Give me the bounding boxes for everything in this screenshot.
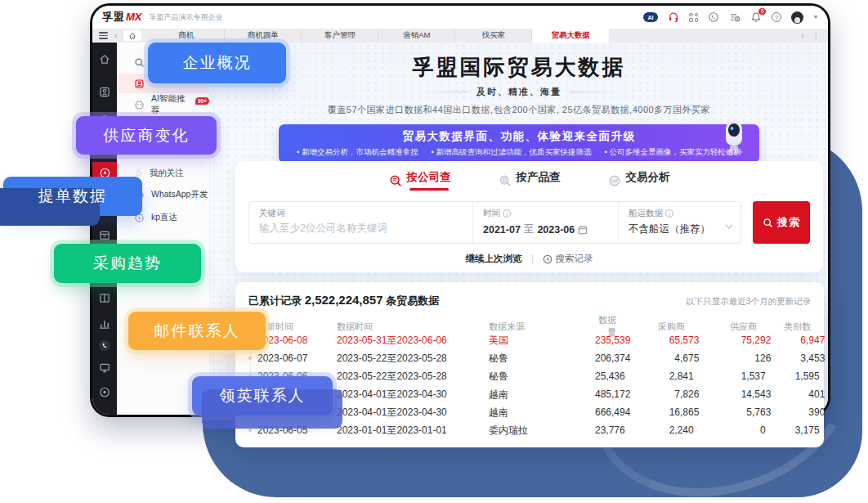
search-form: 关键词 时间 i 2021-07 至	[248, 201, 741, 244]
shipping-value: 不含船运（推荐）	[629, 222, 710, 236]
rail-whatsapp-icon[interactable]	[99, 339, 111, 352]
app-logo: 孚盟 MX	[102, 10, 142, 25]
sidebar-item-label: WhatsApp开发	[151, 189, 208, 200]
tab-find-buyers[interactable]: 找买家	[455, 29, 532, 43]
search-history-link[interactable]: 搜索记录	[543, 253, 593, 265]
apps-grid-icon[interactable]	[689, 13, 698, 22]
feature-label-email-contacts: 邮件联系人	[128, 312, 266, 350]
info-icon: i	[503, 209, 511, 218]
sidebar: AI智能推荐 99+ ☆ 我的关注 WhatsApp开发	[117, 43, 210, 415]
app-header: 孚盟 MX 孚盟产品演示专用企业 AI	[92, 6, 828, 29]
feature-label-purchase-trend: 采购趋势	[54, 244, 201, 283]
shipping-label: 船运数据	[629, 208, 663, 219]
tab-crm[interactable]: 客户管理	[302, 29, 378, 43]
search-panel: 按公司查 按产品查 交易分析	[235, 161, 823, 272]
upgrade-banner[interactable]: 贸易大数据界面、功能、体验迎来全面升级 新增交易分析，市场机会精准拿捏 新增高级…	[279, 124, 759, 163]
shipping-data-select[interactable]: 船运数据 i 不含船运（推荐）	[618, 202, 740, 243]
ai-recommend-icon	[134, 100, 145, 110]
icon-rail	[92, 43, 117, 415]
page-subtitle: 及时、精准、海量	[477, 86, 562, 98]
help-icon[interactable]: ?	[772, 12, 781, 22]
hero: 孚盟国际贸易大数据 及时、精准、海量 覆盖57个国家进口数据和44国出口数据,包…	[210, 43, 828, 116]
home-tab[interactable]	[123, 30, 141, 41]
tab-business[interactable]: 商机	[148, 29, 225, 43]
page-title: 孚盟国际贸易大数据	[210, 53, 828, 82]
rail-bar-chart-icon[interactable]	[99, 317, 111, 330]
user-avatar[interactable]	[791, 11, 803, 24]
timeline-dot	[248, 357, 252, 360]
divider	[421, 92, 468, 92]
page-description: 覆盖57个国家进口数据和44国出口数据,包含200个国家, 25亿条贸易数据,4…	[210, 104, 828, 116]
feature-label-bill-of-lading: 提单数据	[3, 177, 142, 216]
time-from: 2021-07	[483, 224, 521, 236]
timeline-dot	[248, 429, 252, 432]
rail-archive-icon[interactable]	[99, 229, 111, 241]
calendar-icon	[578, 225, 588, 235]
headset-icon[interactable]	[668, 11, 679, 23]
notification-badge: 6	[758, 7, 767, 16]
chevron-down-icon[interactable]	[813, 16, 818, 19]
bell-icon[interactable]: 6	[750, 11, 762, 23]
records-total: 2,522,224,857	[305, 293, 383, 307]
feature-label-enterprise-overview: 企业概况	[148, 43, 286, 83]
whatsapp-icon[interactable]	[708, 11, 719, 23]
continue-browsing-link[interactable]: 继续上次浏览	[466, 253, 522, 265]
records-summary: 已累计记录 2,522,224,857 条贸易数据	[248, 293, 439, 308]
logo-suffix: MX	[126, 11, 142, 23]
chevron-right-icon[interactable]: ›	[801, 32, 803, 40]
menu-icon[interactable]	[99, 32, 108, 38]
logo-brand: 孚盟	[102, 10, 125, 25]
ai-recommend-badge: 99+	[195, 97, 209, 105]
task-list-icon[interactable]	[729, 11, 740, 23]
time-range-field[interactable]: 时间 i 2021-07 至 2023-06	[472, 202, 618, 243]
divider	[570, 92, 617, 92]
banner-bullet: 新增高级查询和过滤功能，优质买家快捷筛选	[432, 147, 592, 158]
product-search-icon	[499, 174, 512, 187]
tab-trade-analysis[interactable]: 交易分析	[608, 170, 670, 191]
sidebar-item-ai-recommend[interactable]: AI智能推荐 99+	[117, 95, 209, 115]
analysis-icon	[608, 174, 621, 187]
banner-title: 贸易大数据界面、功能、体验迎来全面升级	[279, 129, 759, 144]
time-to: 2023-06	[537, 224, 575, 236]
rail-home-icon[interactable]	[99, 53, 111, 65]
keyword-label: 关键词	[259, 208, 285, 219]
chevron-left-icon[interactable]: ‹	[114, 32, 117, 40]
tab-followup[interactable]: 商机跟单	[225, 29, 302, 43]
time-to-word: 至	[524, 222, 535, 236]
buyer-data-icon	[134, 79, 145, 89]
tab-trade-bigdata[interactable]: 贸易大数据	[532, 29, 609, 43]
feature-label-supplier-change: 供应商变化	[76, 116, 217, 155]
search-icon	[134, 57, 145, 68]
company-search-icon	[389, 174, 402, 187]
feature-label-linkedin-contacts: 领英联系人	[192, 376, 333, 415]
sidebar-item-label: AI智能推荐	[151, 93, 192, 116]
tab-marketing[interactable]: 营销AM	[378, 29, 455, 43]
divider	[532, 254, 533, 264]
page: 孚盟 MX 孚盟产品演示专用企业 AI	[0, 0, 868, 503]
rail-columns-icon[interactable]	[99, 292, 111, 304]
rail-target-icon[interactable]	[99, 386, 111, 398]
kebab-menu-icon[interactable]: ⋮	[812, 31, 821, 40]
rail-monitor-icon[interactable]	[99, 362, 111, 374]
keyword-input[interactable]	[259, 222, 463, 234]
tab-search-by-product[interactable]: 按产品查	[499, 170, 561, 191]
records-note: 以下只显示最近3个月的更新记录	[686, 296, 811, 308]
tab-search-by-company[interactable]: 按公司查	[389, 170, 451, 191]
clock-icon	[543, 254, 553, 264]
rail-contacts-icon[interactable]	[99, 86, 111, 98]
banner-bullet: 新增交易分析，市场机会精准拿捏	[297, 147, 418, 158]
search-tabs: 按公司查 按产品查 交易分析	[235, 161, 823, 191]
info-icon: i	[665, 209, 673, 218]
search-button[interactable]: 搜索	[753, 201, 810, 244]
ai-assistant-icon[interactable]: AI	[643, 12, 658, 22]
table-row[interactable]: 2023-06-08 2023-05-31至2023-06-06 美国 235,…	[248, 331, 811, 349]
table-row[interactable]: 2023-06-06 2023-05-22至2023-05-28 秘鲁 25,4…	[248, 367, 811, 385]
time-label: 时间	[483, 208, 500, 219]
company-subtitle: 孚盟产品演示专用企业	[150, 12, 223, 23]
sidebar-item-label: kp直达	[151, 212, 177, 223]
module-tabbar: ‹ 商机 商机跟单 客户管理 营销AM 找买家 贸易大数据 › ⋮	[92, 29, 828, 43]
table-row[interactable]: 2023-06-07 2023-05-22至2023-05-28 秘鲁 206,…	[248, 349, 811, 367]
robot-mascot-icon	[718, 118, 749, 159]
table-header-row: 更新时间 数据时间 数据来源 数据量 采购商 供应商 类别数	[248, 314, 811, 331]
sidebar-item-label: 我的关注	[150, 168, 184, 179]
